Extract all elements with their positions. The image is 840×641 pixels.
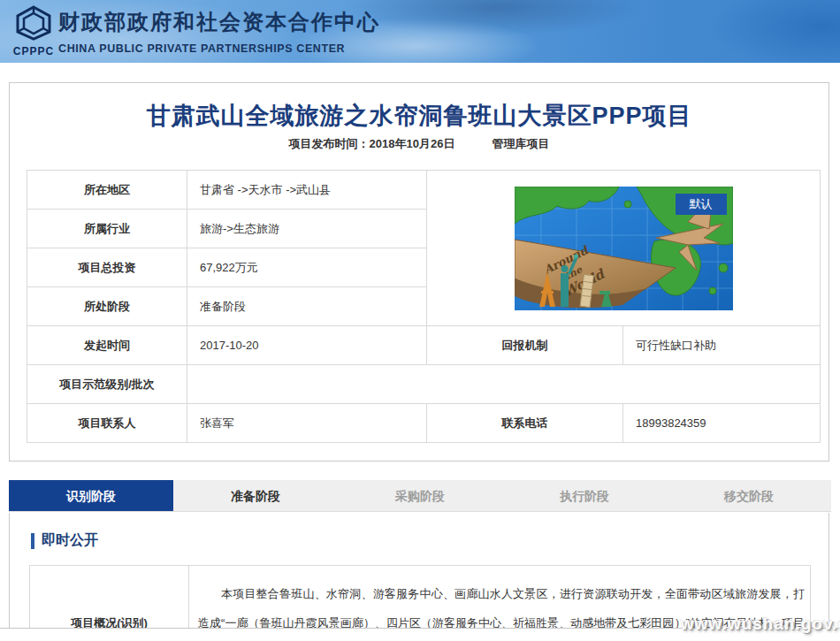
field-value	[187, 365, 821, 404]
section-header: 即时公开	[31, 531, 98, 550]
field-label: 项目总投资	[27, 248, 187, 287]
field-label: 所处阶段	[27, 287, 187, 326]
field-label: 项目联系人	[27, 404, 187, 443]
field-label: 所属行业	[27, 210, 187, 248]
tab-procurement-stage[interactable]: 采购阶段	[338, 480, 502, 511]
field-label: 发起时间	[27, 326, 187, 365]
table-row: 项目示范级别/批次	[27, 365, 821, 404]
tab-transfer-stage[interactable]: 移交阶段	[667, 480, 831, 511]
section-accent-bar	[31, 533, 34, 549]
field-value: 旅游->生态旅游	[187, 210, 427, 248]
field-value: 18993824359	[623, 404, 821, 443]
site-title-english: CHINA PUBLIC PRIVATE PARTNERSHIPS CENTER	[58, 42, 380, 55]
site-title-chinese: 财政部政府和社会资本合作中心	[58, 8, 380, 36]
image-default-badge: 默认	[676, 194, 727, 215]
project-fields-table: 所在地区 甘肃省 ->天水市 ->武山县	[27, 170, 821, 443]
project-image[interactable]: Around the World	[515, 187, 733, 310]
project-meta: 项目发布时间：2018年10月26日管理库项目	[10, 136, 829, 152]
table-row: 项目联系人 张喜军 联系电话 18993824359	[27, 404, 821, 443]
cpppc-hexagon-icon	[14, 5, 53, 41]
field-label: 所在地区	[27, 171, 187, 210]
field-value: 2017-10-20	[187, 326, 427, 365]
project-info-panel: 甘肃武山全域旅游之水帘洞鲁班山大景区PPP项目 项目发布时间：2018年10月2…	[9, 82, 829, 462]
field-value: 67,922万元	[187, 248, 427, 287]
field-label: 联系电话	[427, 404, 623, 443]
field-label: 项目示范级别/批次	[27, 365, 187, 404]
tab-identification-stage[interactable]: 识别阶段	[9, 480, 173, 511]
field-value: 准备阶段	[187, 287, 427, 326]
library-tag: 管理库项目	[492, 137, 549, 150]
tab-preparation-stage[interactable]: 准备阶段	[173, 480, 338, 511]
site-header: CPPPC 财政部政府和社会资本合作中心 CHINA PUBLIC PRIVAT…	[0, 0, 840, 63]
project-image-cell: Around the World	[427, 171, 821, 326]
field-value: 甘肃省 ->天水市 ->武山县	[187, 171, 427, 210]
project-title: 甘肃武山全域旅游之水帘洞鲁班山大景区PPP项目	[10, 100, 829, 132]
field-value: 可行性缺口补助	[623, 326, 821, 365]
site-logo[interactable]: CPPPC	[12, 5, 55, 58]
section-title: 即时公开	[42, 531, 98, 550]
logo-text: CPPPC	[12, 45, 55, 57]
table-row: 发起时间 2017-10-20 回报机制 可行性缺口补助	[27, 326, 821, 365]
table-row: 所在地区 甘肃省 ->天水市 ->武山县	[27, 171, 821, 210]
stage-tabbar: 识别阶段 准备阶段 采购阶段 执行阶段 移交阶段	[9, 480, 831, 512]
publish-time: 项目发布时间：2018年10月26日	[289, 137, 455, 150]
field-label: 回报机制	[427, 326, 623, 365]
field-value: 张喜军	[187, 404, 427, 443]
tab-execution-stage[interactable]: 执行阶段	[502, 480, 667, 511]
watermark-text: www.wushan.gov.cn	[681, 614, 840, 634]
